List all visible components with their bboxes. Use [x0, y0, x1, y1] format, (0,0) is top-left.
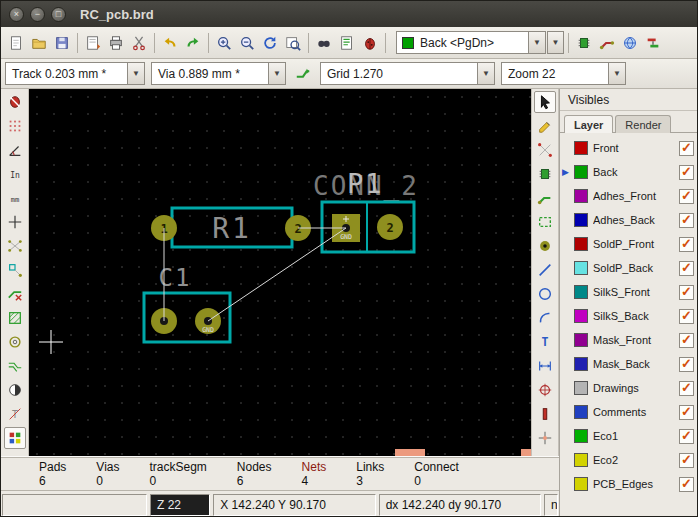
via-size-dropdown-arrow-icon[interactable]: ▼: [268, 63, 285, 84]
local-ratsnest-icon[interactable]: [534, 139, 556, 161]
add-line-icon[interactable]: [534, 259, 556, 281]
ratsnest-toggle-icon[interactable]: [4, 235, 26, 257]
add-arc-icon[interactable]: [534, 307, 556, 329]
module-ratsnest-icon[interactable]: [4, 259, 26, 281]
add-target-icon[interactable]: [534, 379, 556, 401]
redo-icon[interactable]: [182, 32, 204, 54]
layer-checkbox[interactable]: ✓: [679, 429, 694, 444]
layer-row-soldp-front[interactable]: SoldP_Front ✓: [562, 232, 697, 256]
layer-checkbox[interactable]: ✓: [679, 333, 694, 348]
find-icon[interactable]: [313, 32, 335, 54]
layer-row-front[interactable]: Front ✓: [562, 136, 697, 160]
layer-checkbox[interactable]: ✓: [679, 285, 694, 300]
add-via-icon[interactable]: [534, 235, 556, 257]
layer-checkbox[interactable]: ✓: [679, 189, 694, 204]
grid-dropdown-arrow-icon[interactable]: ▼: [477, 63, 494, 84]
layer-row-eco1[interactable]: Eco1 ✓: [562, 424, 697, 448]
units-mm-icon[interactable]: mm: [4, 187, 26, 209]
zoom-in-icon[interactable]: [213, 32, 235, 54]
web-router-icon[interactable]: [619, 32, 641, 54]
zoom-select[interactable]: Zoom 22 ▼: [501, 62, 626, 85]
layers-manager-toggle-icon[interactable]: [4, 427, 26, 449]
titlebar[interactable]: × − □ RC_pcb.brd: [1, 1, 697, 27]
grid-toggle-icon[interactable]: [4, 115, 26, 137]
layer-checkbox[interactable]: ✓: [679, 405, 694, 420]
page-settings-icon[interactable]: [82, 32, 104, 54]
units-inch-icon[interactable]: In: [4, 163, 26, 185]
grid-origin-icon[interactable]: [534, 427, 556, 449]
layer-selector[interactable]: Back <PgDn> ▼: [396, 31, 546, 54]
layer-row-mask-back[interactable]: Mask_Back ✓: [562, 352, 697, 376]
new-board-icon[interactable]: [5, 32, 27, 54]
drc-toggle-icon[interactable]: [4, 91, 26, 113]
zoom-out-icon[interactable]: [236, 32, 258, 54]
pcb-canvas[interactable]: CONN_2 P1 R1 1 2: [29, 89, 531, 456]
via-size-select[interactable]: Via 0.889 mm * ▼: [151, 62, 286, 85]
track-width-dropdown-arrow-icon[interactable]: ▼: [127, 63, 144, 84]
tab-render[interactable]: Render: [615, 115, 671, 133]
cursor-shape-icon[interactable]: [4, 211, 26, 233]
active-layer-swatch: [402, 37, 414, 49]
invisible-text-icon[interactable]: T: [4, 403, 26, 425]
tab-layer[interactable]: Layer: [564, 115, 613, 133]
print-icon[interactable]: [105, 32, 127, 54]
tracks-sketch-icon[interactable]: [4, 355, 26, 377]
high-contrast-icon[interactable]: [4, 379, 26, 401]
select-tool-icon[interactable]: [534, 91, 556, 113]
layer-checkbox[interactable]: ✓: [679, 453, 694, 468]
add-module-icon[interactable]: [534, 163, 556, 185]
layer-row-adhes-back[interactable]: Adhes_Back ✓: [562, 208, 697, 232]
maximize-button[interactable]: □: [51, 7, 66, 22]
highlight-net-icon[interactable]: [534, 115, 556, 137]
layer-checkbox[interactable]: ✓: [679, 165, 694, 180]
layer-checkbox[interactable]: ✓: [679, 381, 694, 396]
layer-checkbox[interactable]: ✓: [679, 213, 694, 228]
layer-row-soldp-back[interactable]: SoldP_Back ✓: [562, 256, 697, 280]
layer-row-silks-front[interactable]: SilkS_Front ✓: [562, 280, 697, 304]
close-button[interactable]: ×: [9, 7, 24, 22]
add-track-icon[interactable]: [534, 187, 556, 209]
read-netlist-icon[interactable]: [336, 32, 358, 54]
add-zone-icon[interactable]: [534, 211, 556, 233]
save-board-icon[interactable]: [51, 32, 73, 54]
layer-pair-icon[interactable]: [642, 32, 664, 54]
layer-checkbox[interactable]: ✓: [679, 141, 694, 156]
pads-sketch-icon[interactable]: [4, 331, 26, 353]
grid-select[interactable]: Grid 1.270 ▼: [320, 62, 495, 85]
layer-checkbox[interactable]: ✓: [679, 309, 694, 324]
undo-icon[interactable]: [159, 32, 181, 54]
delete-items-icon[interactable]: [534, 403, 556, 425]
layer-selector-dropdown-arrow-icon[interactable]: ▼: [528, 32, 545, 53]
layer-row-mask-front[interactable]: Mask_Front ✓: [562, 328, 697, 352]
drc-check-icon[interactable]: [359, 32, 381, 54]
minimize-button[interactable]: −: [30, 7, 45, 22]
add-text-icon[interactable]: T: [534, 331, 556, 353]
cut-icon[interactable]: [128, 32, 150, 54]
layer-row-back[interactable]: ▶ Back ✓: [562, 160, 697, 184]
redraw-view-icon[interactable]: [259, 32, 281, 54]
layer-row-drawings[interactable]: Drawings ✓: [562, 376, 697, 400]
stat-pads: Pads 6: [39, 460, 66, 490]
open-board-icon[interactable]: [28, 32, 50, 54]
track-autodelete-icon[interactable]: [4, 283, 26, 305]
layer-row-eco2[interactable]: Eco2 ✓: [562, 448, 697, 472]
track-width-select[interactable]: Track 0.203 mm * ▼: [5, 62, 145, 85]
footprint-mode-icon[interactable]: [573, 32, 595, 54]
layer-row-adhes-front[interactable]: Adhes_Front ✓: [562, 184, 697, 208]
layer-row-silks-back[interactable]: SilkS_Back ✓: [562, 304, 697, 328]
track-mode-icon[interactable]: [596, 32, 618, 54]
layer-checkbox[interactable]: ✓: [679, 477, 694, 492]
zoom-dropdown-arrow-icon[interactable]: ▼: [608, 63, 625, 84]
zones-show-icon[interactable]: [4, 307, 26, 329]
layer-row-comments[interactable]: Comments ✓: [562, 400, 697, 424]
add-dimension-icon[interactable]: [534, 355, 556, 377]
polar-coords-icon[interactable]: [4, 139, 26, 161]
layer-row-pcb-edges[interactable]: PCB_Edges ✓: [562, 472, 697, 496]
layer-checkbox[interactable]: ✓: [679, 237, 694, 252]
add-circle-icon[interactable]: [534, 283, 556, 305]
layer-checkbox[interactable]: ✓: [679, 357, 694, 372]
layer-quick-switch-icon[interactable]: ▼: [547, 31, 564, 54]
zoom-fit-icon[interactable]: [282, 32, 304, 54]
layer-checkbox[interactable]: ✓: [679, 261, 694, 276]
auto-track-width-icon[interactable]: [292, 63, 314, 85]
